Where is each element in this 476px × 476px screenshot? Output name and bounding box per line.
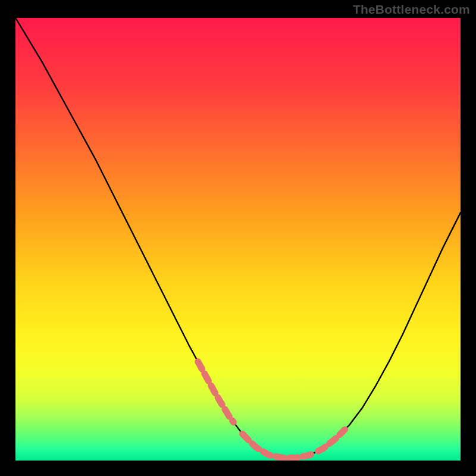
- chart-container: TheBottleneck.com: [0, 0, 476, 476]
- watermark-text: TheBottleneck.com: [353, 2, 470, 17]
- plot-area: [15, 18, 461, 461]
- gradient-background: [15, 18, 461, 461]
- curve-chart: [15, 18, 461, 461]
